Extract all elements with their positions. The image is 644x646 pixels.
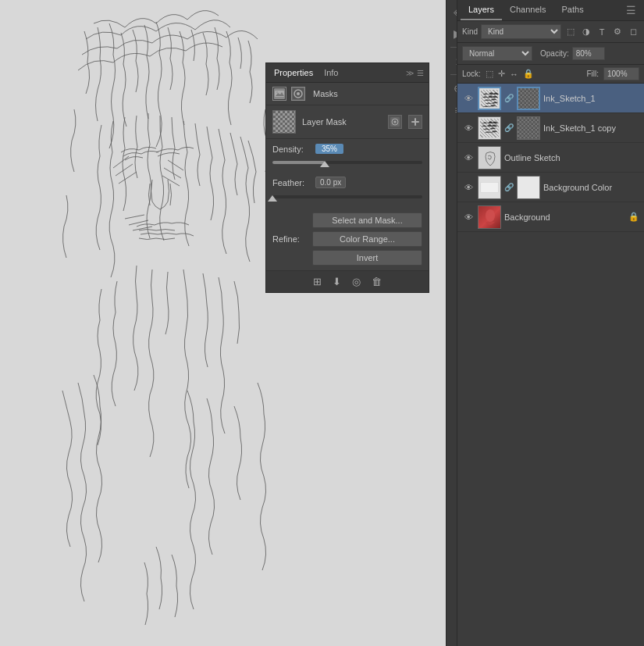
layer-thumb-3 xyxy=(478,146,501,170)
svg-point-10 xyxy=(394,121,397,123)
kind-label: Kind xyxy=(462,27,478,36)
blend-mode-select[interactable]: Normal Multiply Screen xyxy=(462,46,532,61)
fill-input[interactable] xyxy=(603,67,639,80)
lock-icon-3[interactable]: ↔ xyxy=(510,70,518,79)
density-label: Density: xyxy=(272,145,315,154)
layer-row-outline-sketch[interactable]: 👁 Outline Sketch xyxy=(457,143,644,173)
kind-select[interactable]: Kind Name Effect xyxy=(481,24,561,39)
layers-lock-row: Lock: ⬚ ✛ ↔ 🔒 Fill: xyxy=(457,65,644,84)
layers-menu-button[interactable]: ☰ xyxy=(621,1,641,20)
expand-icon[interactable]: ≫ xyxy=(406,69,414,77)
chain-2: 🔗 xyxy=(504,123,514,132)
layer-thumb-4 xyxy=(478,176,501,199)
image-layer-icon[interactable] xyxy=(272,87,286,101)
tab-info[interactable]: Info xyxy=(321,66,341,79)
color-range-button[interactable]: Color Range... xyxy=(312,231,422,247)
trash-icon[interactable]: 🗑 xyxy=(372,276,382,287)
properties-header: Properties Info ≫ ☰ xyxy=(266,63,429,83)
filter-icon-5[interactable]: ◻ xyxy=(627,26,639,38)
layers-list: 👁 🔗 Ink_Sketch_1 👁 xyxy=(457,84,644,232)
tab-paths[interactable]: Paths xyxy=(554,0,592,20)
lock-icon-1[interactable]: ⬚ xyxy=(486,69,493,79)
layers-kind-row: Kind Kind Name Effect ⬚ ◑ T ⚙ ◻ xyxy=(457,21,644,43)
feather-row: Feather: 0.0 px xyxy=(266,170,429,208)
layer-row-ink-sketch-copy[interactable]: 👁 🔗 Ink_Sketch_1 copy xyxy=(457,113,644,143)
layer-name-2: Ink_Sketch_1 copy xyxy=(543,123,639,133)
layer-visibility-5[interactable]: 👁 xyxy=(462,211,475,223)
density-row: Density: 35% xyxy=(266,139,429,170)
layers-blend-row: Normal Multiply Screen Opacity: xyxy=(457,43,644,65)
mask-btn-2[interactable] xyxy=(408,115,422,129)
density-slider[interactable] xyxy=(272,156,422,169)
layer-thumb-5 xyxy=(478,205,501,229)
lock-label: Lock: xyxy=(462,70,481,78)
svg-rect-17 xyxy=(481,182,498,192)
mask-icon[interactable] xyxy=(291,87,305,101)
refine-label: Refine: xyxy=(272,234,308,244)
lock-icon-2[interactable]: ✛ xyxy=(498,69,505,79)
layers-tabs: Layers Channels Paths ☰ xyxy=(457,0,644,21)
layer-name-3: Outline Sketch xyxy=(504,153,639,162)
svg-rect-13 xyxy=(479,88,501,110)
filter-icon-1[interactable]: ⬚ xyxy=(564,26,577,38)
layer-name-1: Ink_Sketch_1 xyxy=(543,94,639,103)
properties-bottom-icons: ⊞ ⬇ ◎ 🗑 xyxy=(266,270,429,292)
tab-channels[interactable]: Channels xyxy=(502,0,553,20)
tab-layers[interactable]: Layers xyxy=(461,0,502,20)
layer-visibility-3[interactable]: 👁 xyxy=(462,152,475,164)
layer-mask-row: Layer Mask xyxy=(266,105,429,139)
svg-rect-12 xyxy=(415,118,416,126)
masks-label: Masks xyxy=(313,89,338,98)
density-value[interactable]: 35% xyxy=(315,144,343,154)
right-panel: Layers Channels Paths ☰ Kind Kind Name E… xyxy=(457,0,644,646)
layer-mask-label: Layer Mask xyxy=(302,117,382,127)
opacity-label: Opacity: xyxy=(540,49,569,58)
layer-mask-thumb-1 xyxy=(517,87,540,110)
properties-icons-row: Masks xyxy=(266,83,429,105)
layer-row-background-color[interactable]: 👁 🔗 Background Color xyxy=(457,173,644,202)
chain-1: 🔗 xyxy=(504,94,514,102)
select-and-mask-button[interactable]: Select and Mask... xyxy=(312,212,422,228)
layer-visibility-2[interactable]: 👁 xyxy=(462,122,475,134)
apply-icon[interactable]: ⬇ xyxy=(333,276,341,287)
feather-slider[interactable] xyxy=(272,191,422,203)
grid-icon[interactable]: ⊞ xyxy=(313,276,322,287)
fill-label: Fill: xyxy=(586,70,599,78)
layer-name-5: Background xyxy=(504,212,625,222)
invert-button[interactable]: Invert xyxy=(312,250,422,266)
layer-mask-thumb-4 xyxy=(517,176,540,199)
svg-rect-15 xyxy=(479,147,501,170)
tab-properties[interactable]: Properties xyxy=(271,66,316,79)
layer-lock-icon-5: 🔒 xyxy=(628,212,639,222)
opacity-input[interactable] xyxy=(572,47,605,60)
svg-point-20 xyxy=(486,209,495,222)
lock-icon-4[interactable]: 🔒 xyxy=(523,69,534,79)
filter-icon-3[interactable]: T xyxy=(596,26,608,38)
refine-row: Refine: Select and Mask... Color Range..… xyxy=(266,208,429,270)
view-icon[interactable]: ◎ xyxy=(352,276,361,287)
properties-panel: Properties Info ≫ ☰ Masks xyxy=(265,62,429,293)
svg-point-7 xyxy=(297,92,300,95)
svg-rect-14 xyxy=(479,117,501,140)
mask-thumbnail xyxy=(272,110,296,134)
layer-mask-thumb-2 xyxy=(517,116,540,140)
layer-row-background[interactable]: 👁 Background xyxy=(457,202,644,232)
chain-4: 🔗 xyxy=(504,183,514,191)
layer-thumb-1 xyxy=(478,87,501,110)
refine-buttons: Select and Mask... Color Range... Invert xyxy=(312,212,422,266)
layer-row-ink-sketch-1[interactable]: 👁 🔗 Ink_Sketch_1 xyxy=(457,84,644,113)
feather-value[interactable]: 0.0 px xyxy=(315,177,346,188)
layer-name-4: Background Color xyxy=(543,183,639,192)
feather-label: Feather: xyxy=(272,178,315,187)
svg-point-4 xyxy=(276,91,278,93)
layer-visibility-4[interactable]: 👁 xyxy=(462,181,475,194)
filter-icon-2[interactable]: ◑ xyxy=(580,26,592,38)
layer-visibility-1[interactable]: 👁 xyxy=(462,92,475,105)
filter-icon-4[interactable]: ⚙ xyxy=(611,26,624,38)
mask-btn-1[interactable] xyxy=(388,115,402,129)
layer-thumb-2 xyxy=(478,116,501,140)
panel-options-icon[interactable]: ☰ xyxy=(417,69,424,77)
